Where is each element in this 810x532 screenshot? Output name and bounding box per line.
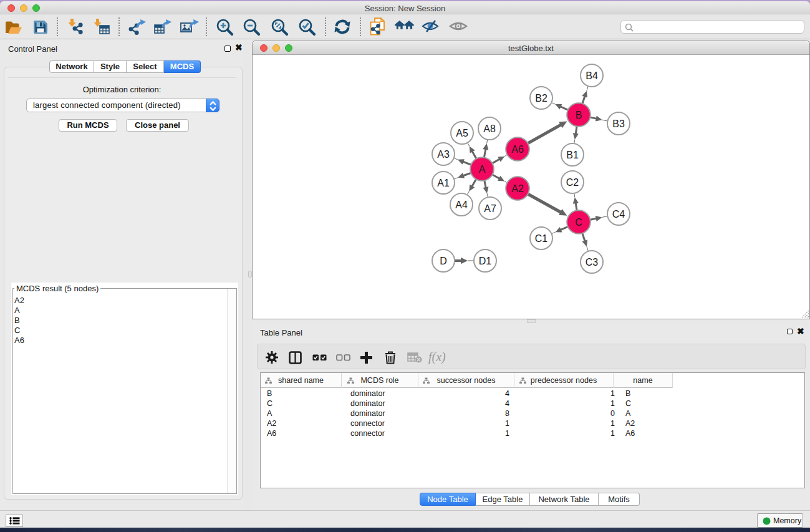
- svg-text:A8: A8: [483, 123, 496, 134]
- svg-text:A7: A7: [484, 203, 496, 214]
- svg-text:A5: A5: [456, 128, 468, 138]
- svg-text:C2: C2: [566, 177, 579, 188]
- svg-text:B: B: [576, 110, 582, 120]
- svg-text:A1: A1: [437, 178, 450, 188]
- svg-text:C4: C4: [612, 209, 625, 220]
- svg-text:B3: B3: [612, 118, 625, 129]
- svg-text:A: A: [479, 164, 486, 175]
- svg-text:B1: B1: [566, 150, 579, 160]
- svg-text:C: C: [575, 217, 582, 228]
- svg-text:B2: B2: [535, 93, 547, 104]
- svg-text:D1: D1: [479, 256, 492, 266]
- svg-text:A4: A4: [455, 200, 468, 210]
- svg-text:C3: C3: [586, 257, 599, 268]
- svg-text:A3: A3: [437, 149, 450, 160]
- svg-text:C1: C1: [535, 233, 548, 244]
- svg-text:D: D: [440, 256, 447, 266]
- svg-text:A2: A2: [511, 183, 524, 194]
- svg-text:A6: A6: [511, 144, 524, 155]
- svg-text:B4: B4: [586, 70, 598, 81]
